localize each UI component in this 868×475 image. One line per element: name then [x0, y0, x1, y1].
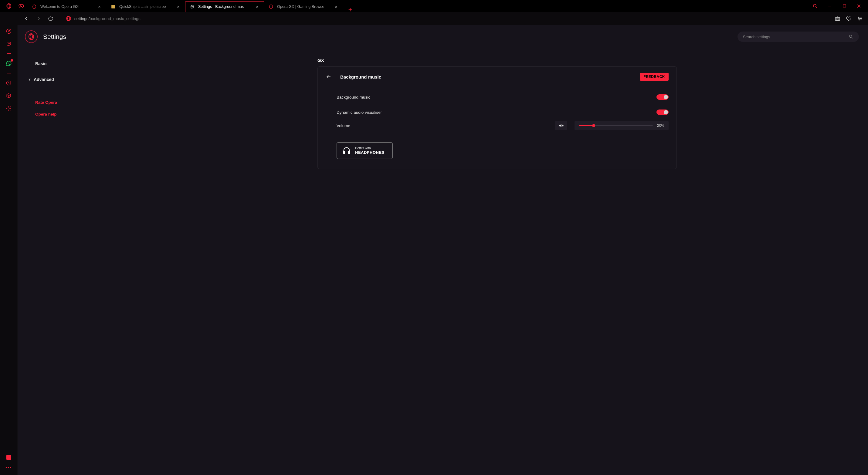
gear-favicon-icon — [190, 4, 194, 9]
url-path: background_music_settings — [90, 17, 140, 21]
slider-track-fill — [579, 125, 594, 126]
back-button[interactable] — [24, 16, 29, 21]
snapshot-icon[interactable] — [835, 16, 840, 22]
back-arrow-button[interactable] — [326, 74, 332, 80]
feedback-button[interactable]: FEEDBACK — [640, 73, 669, 81]
nav-controls — [5, 16, 53, 21]
close-icon[interactable] — [255, 5, 259, 8]
heart-icon[interactable] — [846, 16, 851, 22]
toggle-dynamic-visualiser[interactable] — [656, 109, 669, 115]
whatsapp-icon[interactable] — [5, 60, 12, 67]
svg-rect-10 — [835, 17, 839, 20]
settings-content: GX Background music FEEDBACK Background — [126, 49, 868, 475]
url-text: settings/background_music_settings — [74, 17, 141, 21]
search-icon — [848, 34, 854, 39]
nav-basic[interactable]: Basic — [18, 59, 126, 68]
clock-icon[interactable] — [5, 80, 12, 86]
svg-point-6 — [813, 4, 816, 7]
svg-point-12 — [858, 17, 859, 17]
quicksnip-favicon-icon — [111, 4, 116, 9]
svg-point-4 — [191, 6, 193, 7]
opera-url-icon — [66, 16, 71, 21]
volume-value: 20% — [657, 123, 664, 128]
settings-sidebar: Basic ▼ Advanced Rate Opera Opera help — [18, 49, 126, 475]
row-volume: Volume 20% — [318, 120, 677, 137]
twitch-icon[interactable] — [5, 41, 12, 47]
settings-page: Settings Basic ▼ Advanced Rate Opera Ope… — [18, 25, 868, 475]
address-bar[interactable]: settings/background_music_settings — [66, 16, 830, 21]
player-icon[interactable] — [6, 455, 11, 460]
headphones-icon — [342, 146, 351, 155]
opera-favicon-icon — [32, 4, 37, 9]
gx-corner-icon[interactable] — [18, 3, 24, 9]
svg-point-2 — [33, 5, 36, 9]
settings-card: Background music FEEDBACK Background mus… — [317, 66, 677, 169]
reload-button[interactable] — [48, 16, 53, 21]
nav-advanced-label: Advanced — [34, 77, 54, 82]
tab-title: Opera GX | Gaming Browse — [277, 5, 331, 9]
headphones-line2: HEADPHONES — [355, 150, 384, 155]
opera-menu-icon[interactable] — [6, 3, 11, 9]
sidebar-links: Rate Opera Opera help — [18, 98, 126, 118]
forward-button[interactable] — [36, 16, 41, 21]
gear-icon[interactable] — [5, 105, 12, 112]
siderail: ••• — [0, 25, 18, 475]
toggle-background-music[interactable] — [656, 94, 669, 100]
tab-title: Welcome to Opera GX! — [40, 5, 94, 9]
section-label: GX — [317, 58, 677, 63]
mute-button[interactable] — [555, 121, 567, 130]
divider-icon — [7, 53, 11, 54]
svg-point-13 — [861, 18, 861, 19]
row-label: Background music — [337, 95, 370, 99]
compass-icon[interactable] — [5, 28, 12, 35]
svg-point-17 — [8, 108, 9, 109]
svg-point-8 — [66, 16, 71, 21]
url-prefix: settings/ — [74, 17, 90, 21]
svg-rect-7 — [843, 5, 846, 7]
settings-logo — [25, 30, 38, 43]
toolbar-right — [835, 16, 863, 22]
card-header: Background music FEEDBACK — [318, 67, 677, 87]
titlebar-left — [0, 3, 24, 9]
rate-opera-link[interactable]: Rate Opera — [18, 98, 126, 106]
headphones-line1: Better with — [355, 146, 384, 150]
tab-operagx[interactable]: Opera GX | Gaming Browse — [264, 1, 343, 12]
more-icon[interactable]: ••• — [5, 465, 12, 470]
row-background-music: Background music — [318, 90, 677, 105]
svg-point-20 — [849, 35, 852, 38]
close-icon[interactable] — [335, 5, 338, 8]
titlebar: Welcome to Opera GX! QuickSnip is a simp… — [0, 0, 868, 12]
toolbar: settings/background_music_settings — [0, 12, 868, 25]
tab-quicksnip[interactable]: QuickSnip is a simple scree — [106, 1, 185, 12]
minimize-button[interactable] — [826, 2, 834, 10]
search-icon[interactable] — [811, 2, 819, 10]
siderail-bottom: ••• — [5, 455, 12, 475]
svg-point-9 — [68, 17, 70, 21]
close-window-button[interactable] — [855, 2, 863, 10]
maximize-button[interactable] — [840, 2, 848, 10]
divider-icon — [7, 73, 11, 73]
svg-rect-3 — [112, 5, 115, 8]
row-dynamic-visualiser: Dynamic audio visualiser — [318, 105, 677, 120]
svg-rect-22 — [348, 151, 350, 154]
search-input[interactable] — [743, 35, 848, 39]
easy-setup-icon[interactable] — [857, 16, 863, 21]
new-tab-button[interactable] — [343, 7, 358, 12]
svg-point-15 — [6, 29, 11, 34]
tab-settings[interactable]: Settings - Background mus — [185, 1, 264, 12]
close-icon[interactable] — [98, 5, 101, 8]
svg-point-14 — [859, 20, 860, 20]
volume-slider[interactable]: 20% — [575, 121, 669, 130]
tab-welcome[interactable]: Welcome to Opera GX! — [27, 1, 106, 12]
opera-favicon-icon — [269, 4, 274, 9]
nav-advanced[interactable]: ▼ Advanced — [18, 74, 126, 84]
svg-point-5 — [270, 5, 273, 9]
cube-icon[interactable] — [5, 92, 12, 99]
chevron-down-icon: ▼ — [28, 77, 31, 81]
slider-thumb[interactable] — [592, 124, 595, 127]
svg-point-19 — [30, 34, 32, 39]
search-settings[interactable] — [738, 32, 859, 42]
card-body: Background music Dynamic audio visualise… — [318, 87, 677, 169]
opera-help-link[interactable]: Opera help — [18, 110, 126, 118]
close-icon[interactable] — [177, 5, 180, 8]
